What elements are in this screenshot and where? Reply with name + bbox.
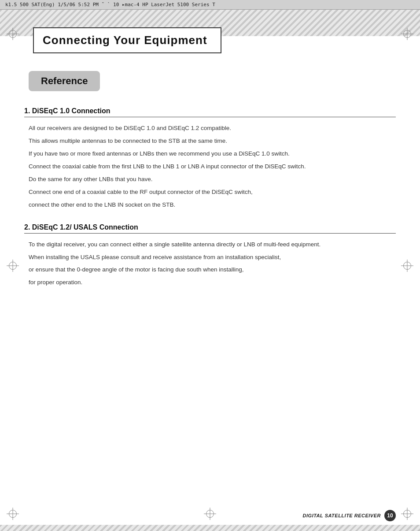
- section-2-heading: 2. DiSEqC 1.2/ USALS Connection: [24, 223, 396, 231]
- section-2-paragraphs: To the digital receiver, you can connect…: [24, 240, 396, 288]
- section-1-heading: 1. DiSEqC 1.0 Connection: [24, 107, 396, 115]
- footer-label: DIGITAL SATELLITE RECEIVER: [303, 513, 381, 518]
- section-1-para-3: If you have two or more fixed antennas o…: [29, 149, 396, 159]
- section-1-para-2: This allows multiple antennas to be conn…: [29, 136, 396, 146]
- section-1-para-6: Connect one end of a coaxial cable to th…: [29, 187, 396, 197]
- title-box: Connecting Your Equipment: [33, 27, 221, 53]
- page-footer: DIGITAL SATELLITE RECEIVER 10: [303, 510, 396, 521]
- content-area: Connecting Your Equipment Reference 1. D…: [0, 27, 420, 319]
- title-section: Connecting Your Equipment: [24, 27, 396, 53]
- reference-badge: Reference: [29, 71, 100, 91]
- section-2-para-4: for proper operation.: [29, 278, 396, 288]
- page-number: 10: [384, 510, 396, 521]
- reg-mark-center-bottom: [206, 510, 214, 518]
- page-title: Connecting Your Equipment: [43, 33, 207, 47]
- section-1-para-4: Connect the coaxial cable from the first…: [29, 162, 396, 172]
- section-2-para-3: or ensure that the 0-degree angle of the…: [29, 265, 396, 275]
- section-1-para-7: connect the other end to the LNB IN sock…: [29, 200, 396, 210]
- section-2-para-2: When installing the USALS please consult…: [29, 253, 396, 263]
- reg-mark-bottom-left: [9, 510, 17, 518]
- section-block-1: 1. DiSEqC 1.0 Connection All our receive…: [24, 107, 396, 210]
- section-1-paragraphs: All our receivers are designed to be DiS…: [24, 123, 396, 210]
- print-header: k1.5 500 SAT(Eng) 1/5/06 5:52 PM ˜ ` 10 …: [0, 0, 420, 10]
- section-1-para-1: All our receivers are designed to be DiS…: [29, 123, 396, 134]
- bottom-stripe: [0, 525, 420, 531]
- section-2-para-1: To the digital receiver, you can connect…: [29, 240, 396, 250]
- section-2-heading-container: 2. DiSEqC 1.2/ USALS Connection: [24, 223, 396, 234]
- reference-label: Reference: [41, 75, 88, 86]
- reg-mark-bottom-right: [403, 510, 411, 518]
- section-1-heading-container: 1. DiSEqC 1.0 Connection: [24, 107, 396, 117]
- print-header-text: k1.5 500 SAT(Eng) 1/5/06 5:52 PM ˜ ` 10 …: [5, 2, 215, 7]
- page-container: k1.5 500 SAT(Eng) 1/5/06 5:52 PM ˜ ` 10 …: [0, 0, 420, 531]
- section-block-2: 2. DiSEqC 1.2/ USALS Connection To the d…: [24, 223, 396, 288]
- section-1-para-5: Do the same for any other LNBs that you …: [29, 175, 396, 185]
